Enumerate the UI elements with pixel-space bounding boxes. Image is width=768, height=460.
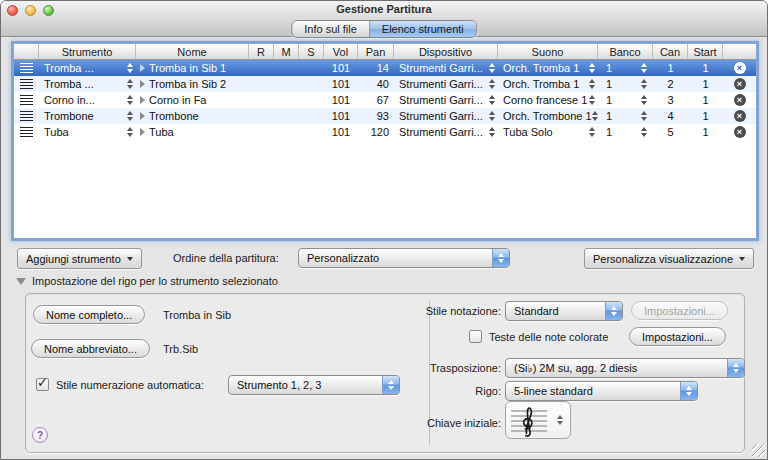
disclosure-right-icon[interactable] bbox=[140, 96, 145, 104]
cell-strumento[interactable]: Tuba bbox=[39, 124, 136, 140]
cell-nome-value: Tromba in Sib 1 bbox=[149, 62, 226, 74]
column-header-dispositivo[interactable]: Dispositivo bbox=[394, 44, 498, 59]
staff-type-popup[interactable]: 5-linee standard bbox=[505, 381, 698, 401]
cell-dispositivo[interactable]: Strumenti Garri... bbox=[394, 92, 498, 108]
cell-stepper-icon[interactable] bbox=[127, 111, 133, 121]
column-header-icon[interactable] bbox=[14, 44, 39, 59]
staff-handle-icon[interactable] bbox=[20, 127, 33, 137]
cell-stepper-icon[interactable] bbox=[127, 79, 133, 89]
cell-strumento[interactable]: Corno in... bbox=[39, 92, 136, 108]
cell-banco[interactable]: 1 bbox=[598, 92, 653, 108]
customize-view-label: Personalizza visualizzazione bbox=[593, 253, 733, 265]
cell-stepper-icon[interactable] bbox=[641, 79, 647, 89]
cell-dispositivo[interactable]: Strumenti Garri... bbox=[394, 60, 498, 76]
cell-stepper-icon[interactable] bbox=[489, 127, 495, 137]
cell-suono[interactable]: Corno francese 1 bbox=[498, 92, 598, 108]
help-button[interactable]: ? bbox=[32, 427, 48, 443]
colored-noteheads-label: Teste delle note colorate bbox=[489, 331, 608, 343]
tab-elenco-strumenti[interactable]: Elenco strumenti bbox=[369, 21, 476, 37]
cell-stepper-icon[interactable] bbox=[127, 127, 133, 137]
disclosure-right-icon[interactable] bbox=[140, 64, 145, 72]
staff-handle-icon[interactable] bbox=[20, 63, 33, 73]
cell-stepper-icon[interactable] bbox=[489, 63, 495, 73]
customize-view-button[interactable]: Personalizza visualizzazione bbox=[584, 248, 754, 269]
initial-clef-button[interactable] bbox=[505, 401, 571, 439]
disclosure-right-icon[interactable] bbox=[140, 128, 145, 136]
titlebar[interactable]: Gestione Partitura Info sul fileElenco s… bbox=[1, 1, 767, 37]
column-header-suono[interactable]: Suono bbox=[498, 44, 598, 59]
column-header-nome[interactable]: Nome bbox=[136, 44, 249, 59]
column-header-pan[interactable]: Pan bbox=[358, 44, 394, 59]
cell-stepper-icon[interactable] bbox=[489, 95, 495, 105]
colored-noteheads-settings-button[interactable]: Impostazioni... bbox=[629, 327, 726, 346]
staff-handle-icon[interactable] bbox=[20, 111, 33, 121]
cell-suono-value: Orch. Tromba 1 bbox=[503, 62, 579, 74]
auto-numbering-checkbox[interactable] bbox=[36, 378, 49, 391]
column-header-vol[interactable]: Vol bbox=[324, 44, 358, 59]
tab-info-sul-file[interactable]: Info sul file bbox=[292, 21, 369, 37]
column-header-start[interactable]: Start bbox=[688, 44, 723, 59]
score-order-popup[interactable]: Personalizzato bbox=[298, 248, 510, 268]
cell-stepper-icon[interactable] bbox=[589, 95, 595, 105]
table-row[interactable]: Corno in...Corno in Fa10167Strumenti Gar… bbox=[14, 92, 756, 108]
staff-handle-icon[interactable] bbox=[20, 79, 33, 89]
transposition-popup[interactable]: (Si♭) 2M su, agg. 2 diesis bbox=[505, 358, 745, 378]
notation-style-popup[interactable]: Standard bbox=[505, 301, 623, 321]
cell-strumento[interactable]: Tromba ... bbox=[39, 60, 136, 76]
cell-stepper-icon[interactable] bbox=[127, 63, 133, 73]
cell-stepper-icon[interactable] bbox=[641, 63, 647, 73]
cell-strumento[interactable]: Trombone bbox=[39, 108, 136, 124]
cell-dispositivo[interactable]: Strumenti Garri... bbox=[394, 76, 498, 92]
delete-instrument-button[interactable]: × bbox=[734, 94, 746, 106]
cell-suono[interactable]: Orch. Tromba 1 bbox=[498, 76, 598, 92]
disclosure-right-icon[interactable] bbox=[140, 80, 145, 88]
table-row[interactable]: Tromba ...Tromba in Sib 210140Strumenti … bbox=[14, 76, 756, 92]
cell-banco[interactable]: 1 bbox=[598, 60, 653, 76]
cell-suono[interactable]: Tuba Solo bbox=[498, 124, 598, 140]
delete-instrument-button[interactable]: × bbox=[734, 110, 746, 122]
column-header-s[interactable]: S bbox=[299, 44, 324, 59]
colored-noteheads-checkbox[interactable] bbox=[469, 330, 482, 343]
disclosure-triangle-icon[interactable] bbox=[16, 278, 26, 285]
staff-handle-icon[interactable] bbox=[20, 95, 33, 105]
resize-grip[interactable] bbox=[752, 444, 765, 457]
column-header-can[interactable]: Can bbox=[653, 44, 688, 59]
cell-strumento[interactable]: Tromba ... bbox=[39, 76, 136, 92]
disclosure-right-icon[interactable] bbox=[140, 112, 145, 120]
cell-stepper-icon[interactable] bbox=[641, 111, 647, 121]
cell-stepper-icon[interactable] bbox=[589, 127, 595, 137]
delete-instrument-button[interactable]: × bbox=[734, 62, 746, 74]
cell-banco[interactable]: 1 bbox=[598, 124, 653, 140]
cell-stepper-icon[interactable] bbox=[489, 111, 495, 121]
table-row[interactable]: Tromba ...Tromba in Sib 110114Strumenti … bbox=[14, 60, 756, 76]
table-row[interactable]: TubaTuba101120Strumenti Garri...Tuba Sol… bbox=[14, 124, 756, 140]
cell-stepper-icon[interactable] bbox=[489, 79, 495, 89]
delete-instrument-button[interactable]: × bbox=[734, 126, 746, 138]
abbreviated-name-button[interactable]: Nome abbreviato... bbox=[31, 339, 150, 358]
delete-instrument-button[interactable]: × bbox=[734, 78, 746, 90]
cell-stepper-icon[interactable] bbox=[127, 95, 133, 105]
cell-dispositivo-value: Strumenti Garri... bbox=[399, 62, 483, 74]
cell-stepper-icon[interactable] bbox=[589, 63, 595, 73]
cell-stepper-icon[interactable] bbox=[589, 79, 595, 89]
column-header-banco[interactable]: Banco bbox=[598, 44, 653, 59]
cell-suono[interactable]: Orch. Trombone 1 bbox=[498, 108, 598, 124]
cell-dispositivo[interactable]: Strumenti Garri... bbox=[394, 124, 498, 140]
table-row[interactable]: TromboneTrombone10193Strumenti Garri...O… bbox=[14, 108, 756, 124]
cell-strumento-value: Corno in... bbox=[44, 94, 95, 106]
column-header-m[interactable]: M bbox=[274, 44, 299, 59]
clef-stepper[interactable] bbox=[557, 415, 563, 425]
add-instrument-button[interactable]: Aggiungi strumento bbox=[17, 248, 142, 269]
column-header-strumento[interactable]: Strumento bbox=[39, 44, 136, 59]
column-header-del[interactable] bbox=[723, 44, 756, 59]
cell-dispositivo[interactable]: Strumenti Garri... bbox=[394, 108, 498, 124]
cell-banco[interactable]: 1 bbox=[598, 108, 653, 124]
full-name-button[interactable]: Nome completo... bbox=[33, 305, 145, 324]
cell-stepper-icon[interactable] bbox=[592, 111, 598, 121]
cell-stepper-icon[interactable] bbox=[641, 127, 647, 137]
column-header-r[interactable]: R bbox=[249, 44, 274, 59]
cell-stepper-icon[interactable] bbox=[641, 95, 647, 105]
cell-vol: 101 bbox=[324, 108, 358, 124]
cell-suono[interactable]: Orch. Tromba 1 bbox=[498, 60, 598, 76]
cell-banco[interactable]: 1 bbox=[598, 76, 653, 92]
